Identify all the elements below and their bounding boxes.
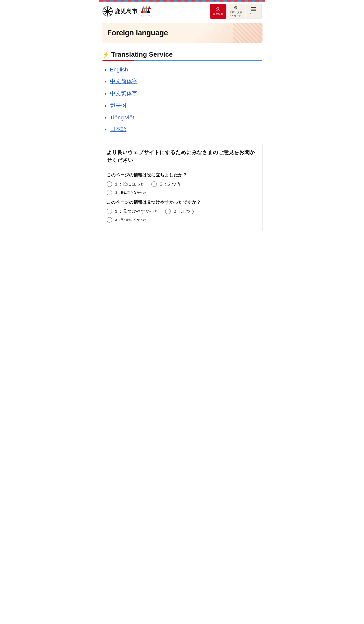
simplified-chinese-link[interactable]: 中文简体字 bbox=[110, 78, 137, 85]
japanese-link[interactable]: 日本語 bbox=[110, 126, 127, 133]
emergency-label: 緊急情報 bbox=[213, 12, 223, 16]
radio-2-1[interactable] bbox=[107, 208, 112, 214]
svg-rect-14 bbox=[251, 10, 256, 11]
logo-area: 鹿児島市 マグマシティ bbox=[102, 5, 153, 17]
menu-button[interactable]: メニュー bbox=[246, 4, 262, 19]
feedback-option-2-2: ２：ふつう bbox=[165, 208, 195, 214]
feedback-options-solo-1: ３：役に立たなかった bbox=[107, 190, 258, 195]
bolt-icon: ⚡ bbox=[102, 51, 110, 58]
language-button[interactable]: ⚙ 音声・文字Language bbox=[227, 4, 245, 19]
radio-2-2[interactable] bbox=[165, 208, 171, 214]
feedback-option-label-1-3: ３：役に立たなかった bbox=[114, 191, 146, 195]
menu-label: メニュー bbox=[249, 13, 259, 16]
language-label: 音声・文字Language bbox=[229, 11, 242, 17]
feedback-option-label-2-1: １：見つけやすかった bbox=[114, 208, 159, 214]
list-item: 日本語 bbox=[104, 126, 260, 133]
magma-city-label: マグマシティ bbox=[140, 14, 153, 17]
svg-line-16 bbox=[256, 9, 256, 10]
radio-1-3[interactable] bbox=[107, 190, 112, 195]
radio-2-3[interactable] bbox=[107, 217, 112, 223]
hero-title: Foreign language bbox=[107, 29, 257, 37]
section-title: ⚡ Translating Service bbox=[102, 51, 262, 58]
city-emblem-icon bbox=[102, 6, 113, 17]
feedback-options-row-1: １：役に立った ２：ふつう bbox=[107, 181, 258, 187]
feedback-option-label-1-2: ２：ふつう bbox=[159, 181, 181, 187]
svg-marker-11 bbox=[147, 6, 151, 9]
section-divider bbox=[102, 60, 262, 61]
list-item: 中文繁体字 bbox=[104, 90, 260, 97]
feedback-option-2-1: １：見つけやすかった bbox=[107, 208, 159, 214]
list-item: Tiếng việt bbox=[104, 114, 260, 121]
translating-service-section: ⚡ Translating Service English 中文简体字 中文繁体… bbox=[99, 45, 265, 141]
language-list: English 中文简体字 中文繁体字 한국어 Tiếng việt 日本語 bbox=[102, 67, 262, 133]
feedback-options-row-2: １：見つけやすかった ２：ふつう bbox=[107, 208, 258, 214]
korean-link[interactable]: 한국어 bbox=[110, 102, 127, 109]
english-link[interactable]: English bbox=[110, 67, 128, 73]
feedback-options-solo-2: ３：見つけにくかった bbox=[107, 217, 258, 223]
feedback-title: より良いウェブサイトにするためにみなさまのご意見をお聞かせください bbox=[107, 149, 258, 164]
feedback-option-label-1-1: １：役に立った bbox=[114, 181, 145, 187]
vietnamese-link[interactable]: Tiếng việt bbox=[110, 114, 134, 121]
feedback-option-label-2-3: ３：見つけにくかった bbox=[114, 218, 146, 222]
magma-city-logo: マグマシティ bbox=[139, 5, 153, 17]
list-item: 中文简体字 bbox=[104, 78, 260, 85]
radio-1-1[interactable] bbox=[107, 181, 112, 187]
header-buttons: Ⓐ 緊急情報 ⚙ 音声・文字Language メニュー bbox=[210, 4, 262, 19]
feedback-option-label-2-2: ２：ふつう bbox=[173, 208, 195, 214]
feedback-option-1-1: １：役に立った bbox=[107, 181, 145, 187]
list-item: English bbox=[104, 67, 260, 73]
feedback-box: より良いウェブサイトにするためにみなさまのご意見をお聞かせください このページの… bbox=[102, 143, 263, 232]
header: 鹿児島市 マグマシティ Ⓐ 緊急情報 ⚙ 音声・文字Language bbox=[99, 1, 265, 21]
radio-1-2[interactable] bbox=[151, 181, 157, 187]
feedback-divider bbox=[107, 168, 258, 168]
emergency-icon: Ⓐ bbox=[216, 7, 220, 12]
hero-banner: Foreign language bbox=[102, 23, 263, 43]
feedback-question-1: このページの情報は役に立ちましたか？ bbox=[107, 172, 258, 178]
feedback-question-2: このページの情報は見つけやすかったですか？ bbox=[107, 199, 258, 205]
emergency-button[interactable]: Ⓐ 緊急情報 bbox=[210, 4, 226, 19]
menu-icon bbox=[251, 7, 256, 12]
gear-icon: ⚙ bbox=[234, 6, 238, 10]
list-item: 한국어 bbox=[104, 102, 260, 109]
feedback-option-1-2: ２：ふつう bbox=[151, 181, 181, 187]
top-border bbox=[99, 0, 265, 1]
traditional-chinese-link[interactable]: 中文繁体字 bbox=[110, 90, 137, 97]
city-name: 鹿児島市 bbox=[115, 8, 137, 15]
